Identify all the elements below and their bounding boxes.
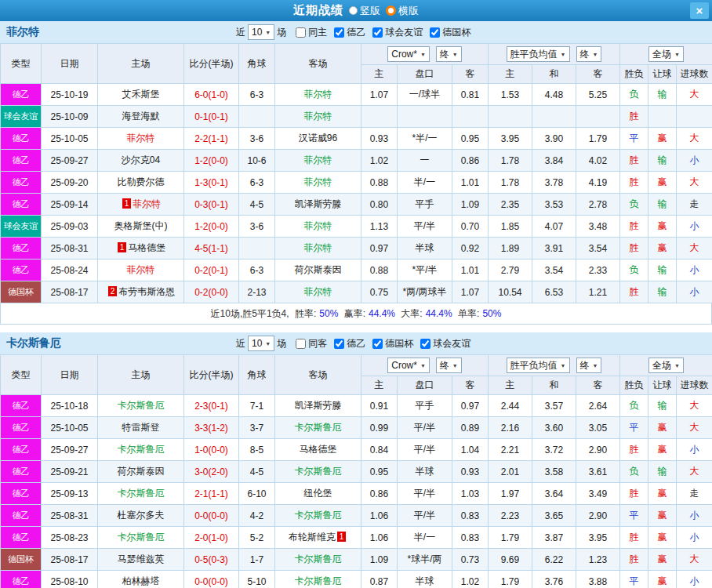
match-count-select[interactable]: 10▼ [248, 336, 274, 351]
filter-cup[interactable]: 德国杯 [430, 26, 470, 39]
result-cell: 平 [620, 128, 648, 150]
home-team-cell[interactable]: 卡尔斯鲁厄 [98, 527, 184, 549]
filter-cup[interactable]: 德国杯 [372, 337, 413, 350]
close-icon[interactable]: × [690, 2, 709, 19]
filter-friendly[interactable]: 球会友谊 [420, 337, 470, 350]
home-team-cell[interactable]: 1菲尔特 [98, 194, 184, 216]
goals-result-cell: 小 [677, 150, 712, 172]
away-team-cell[interactable]: 菲尔特 [275, 150, 361, 172]
avg-time-select[interactable]: 终▼ [576, 358, 602, 373]
away-team-cell[interactable]: 纽伦堡 [275, 483, 361, 505]
col-odds-away: 客 [452, 65, 489, 84]
corner-cell: 5-10 [239, 571, 275, 588]
away-team-cell[interactable]: 菲尔特 [275, 172, 361, 194]
friendly-checkbox[interactable] [420, 339, 430, 349]
result-cell: 胜 [620, 527, 648, 549]
layout-radio-horizontal[interactable]: 横版 [386, 4, 419, 18]
away-team-cell[interactable]: 卡尔斯鲁厄 [275, 461, 361, 483]
match-type-cell: 德乙 [1, 84, 42, 106]
home-team-cell[interactable]: 荷尔斯泰因 [98, 461, 184, 483]
filter-same-venue[interactable]: 同主 [296, 26, 327, 39]
home-team-cell[interactable]: 比勒费尔德 [98, 172, 184, 194]
scope-select[interactable]: 全场▼ [648, 358, 684, 373]
col-home: 主场 [98, 355, 184, 395]
odds-away-cell: 0.93 [452, 461, 489, 483]
match-row: 德乙25-08-23卡尔斯鲁厄2-0(1-0)5-2布轮斯维克11.06半/一0… [1, 527, 712, 549]
away-team-cell[interactable]: 布轮斯维克1 [275, 527, 361, 549]
friendly-checkbox[interactable] [372, 27, 383, 38]
away-team-cell[interactable]: 卡尔斯鲁厄 [275, 549, 361, 571]
odds-line-cell: 平/半 [398, 505, 452, 527]
home-team-cell[interactable]: 海登海默 [98, 106, 184, 128]
home-team-cell[interactable]: 1马格德堡 [98, 238, 184, 260]
filter-league2[interactable]: 德乙 [334, 337, 365, 350]
home-team-cell[interactable]: 杜塞尔多夫 [98, 505, 184, 527]
away-team-cell[interactable]: 卡尔斯鲁厄 [275, 417, 361, 439]
layout-radio-vertical[interactable]: 竖版 [349, 4, 380, 18]
avg-away-cell: 3.49 [576, 483, 620, 505]
match-row: 德乙25-10-19艾禾斯堡6-0(1-0)6-3菲尔特1.07一/球半0.81… [1, 84, 712, 106]
cup-checkbox[interactable] [372, 339, 383, 349]
away-team-cell[interactable]: 卡尔斯鲁厄 [275, 505, 361, 527]
away-team-cell[interactable]: 凯泽斯劳滕 [275, 194, 361, 216]
home-team-cell[interactable]: 卡尔斯鲁厄 [98, 439, 184, 461]
filter-league2[interactable]: 德乙 [334, 26, 365, 39]
scope-select[interactable]: 全场▼ [648, 46, 684, 62]
result-cell: 负 [620, 84, 648, 106]
avg-source-select[interactable]: 胜平负均值▼ [507, 358, 570, 373]
same-venue-checkbox[interactable] [296, 27, 306, 38]
home-team-cell[interactable]: 菲尔特 [98, 128, 184, 150]
avg-home-cell: 1.79 [489, 527, 532, 549]
home-team-cell[interactable]: 特雷斯登 [98, 417, 184, 439]
match-date-cell: 25-09-20 [42, 172, 98, 194]
odds-source-select[interactable]: Crow*▼ [387, 358, 430, 373]
col-away: 客场 [275, 44, 361, 84]
away-team-cell[interactable]: 菲尔特 [275, 84, 361, 106]
score-cell: 3-0(2-0) [184, 461, 239, 483]
match-type-cell: 德国杯 [1, 549, 42, 571]
home-team-cell[interactable]: 柏林赫塔 [98, 571, 184, 588]
avg-time-select[interactable]: 终▼ [576, 46, 602, 62]
filter-same-venue[interactable]: 同客 [296, 337, 327, 350]
same-venue-checkbox[interactable] [296, 339, 306, 349]
home-team-cell[interactable]: 2布劳韦斯洛恩 [98, 281, 184, 303]
odds-time-select[interactable]: 终▼ [436, 358, 462, 373]
away-team-cell[interactable]: 卡尔斯鲁厄 [275, 571, 361, 588]
away-team-cell[interactable]: 马格德堡 [275, 439, 361, 461]
score-cell: 1-2(0-0) [184, 150, 239, 172]
result-cell: 负 [620, 461, 648, 483]
col-odds-line: 盘口 [398, 65, 452, 84]
home-team-cell[interactable]: 卡尔斯鲁厄 [98, 395, 184, 417]
match-count-select[interactable]: 10▼ [248, 24, 274, 40]
result-cell: 胜 [620, 172, 648, 194]
avg-draw-cell: 3.90 [532, 128, 576, 150]
match-row: 德乙25-08-10柏林赫塔0-0(0-0)5-10卡尔斯鲁厄0.87半球1.0… [1, 571, 712, 588]
filter-friendly[interactable]: 球会友谊 [372, 26, 423, 39]
home-team-cell[interactable]: 马瑟维兹英 [98, 549, 184, 571]
away-team-cell[interactable]: 菲尔特 [275, 238, 361, 260]
odds-line-cell: 一 [398, 150, 452, 172]
col-odds-home: 主 [361, 65, 398, 84]
home-team-cell[interactable]: 沙尔克04 [98, 150, 184, 172]
league2-checkbox[interactable] [334, 339, 344, 349]
odds-source-select[interactable]: Crow*▼ [387, 46, 430, 62]
home-team-cell[interactable]: 卡尔斯鲁厄 [98, 483, 184, 505]
away-team-cell[interactable]: 荷尔斯泰因 [275, 260, 361, 281]
league2-checkbox[interactable] [334, 27, 344, 38]
avg-source-select[interactable]: 胜平负均值▼ [507, 46, 570, 62]
match-row: 德国杯25-08-17马瑟维兹英0-5(0-3)1-7卡尔斯鲁厄1.09*球半/… [1, 549, 712, 571]
cup-checkbox[interactable] [430, 27, 440, 38]
home-team-cell[interactable]: 艾禾斯堡 [98, 84, 184, 106]
away-team-cell[interactable]: 菲尔特 [275, 281, 361, 303]
odds-away-cell: 1.09 [452, 194, 489, 216]
home-team-cell[interactable]: 菲尔特 [98, 260, 184, 281]
away-team-cell[interactable]: 菲尔特 [275, 216, 361, 238]
match-row: 德乙25-09-21荷尔斯泰因3-0(2-0)4-5卡尔斯鲁厄0.95半球0.9… [1, 461, 712, 483]
home-team-cell[interactable]: 奥格斯堡(中) [98, 216, 184, 238]
odds-time-select[interactable]: 终▼ [436, 46, 462, 62]
window-titlebar: 近期战绩 竖版 横版 × [0, 0, 712, 21]
away-team-cell[interactable]: 凯泽斯劳滕 [275, 395, 361, 417]
away-team-cell[interactable]: 菲尔特 [275, 106, 361, 128]
goals-result-cell: 大 [677, 417, 712, 439]
away-team-cell[interactable]: 汉诺威96 [275, 128, 361, 150]
